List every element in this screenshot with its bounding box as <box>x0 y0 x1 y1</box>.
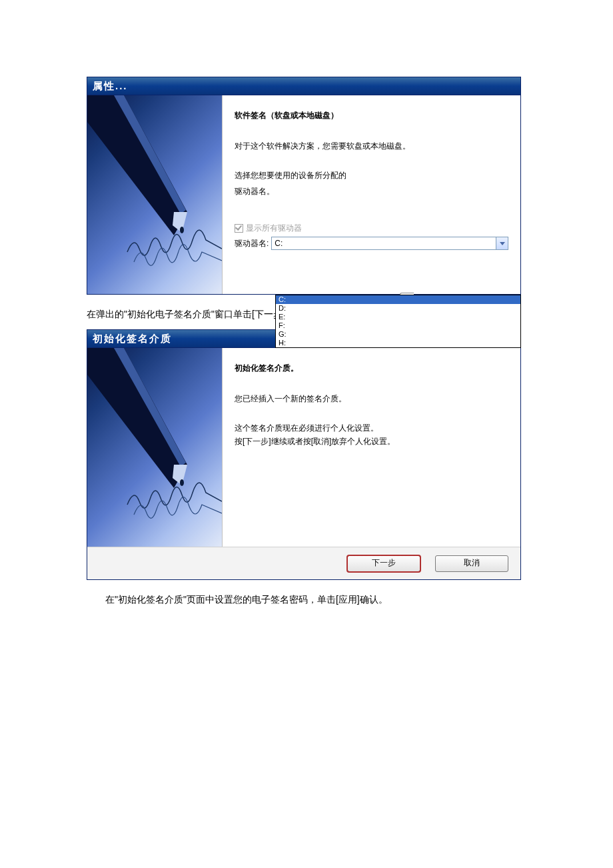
drive-option[interactable]: H: <box>276 339 520 347</box>
dialog-text-2a: 这个签名介质现在必须进行个人化设置。 <box>235 422 508 434</box>
show-all-drives-checkbox[interactable] <box>235 224 243 233</box>
dropdown-arrow-icon[interactable] <box>496 237 508 249</box>
wizard-side-image <box>87 348 223 547</box>
drive-option[interactable]: D: <box>276 304 520 313</box>
drive-name-label: 驱动器名: <box>235 238 269 249</box>
drive-name-select[interactable]: C: <box>271 237 508 250</box>
next-button[interactable]: 下一步 <box>347 555 420 572</box>
pen-signature-icon <box>87 348 222 547</box>
drive-name-value: C: <box>275 239 283 248</box>
drive-dropdown-list[interactable]: C: D: E: F: G: H: <box>275 295 521 348</box>
drive-option[interactable]: C: <box>276 295 520 304</box>
properties-dialog: 属性... 软件签名（软盘或本地磁盘） 对于这个软件解决方案，您需要软盘或本地 <box>87 77 521 295</box>
drive-option[interactable]: G: <box>276 330 520 339</box>
dialog-content-title: 初始化签名介质。 <box>235 363 508 374</box>
dialog-text-2b: 驱动器名。 <box>235 185 508 197</box>
svg-point-1 <box>180 479 184 486</box>
wizard-side-image <box>87 95 223 294</box>
show-all-drives-label: 显示所有驱动器 <box>246 223 302 234</box>
dialog-titlebar: 属性... <box>87 77 520 95</box>
dialog-title: 属性... <box>93 80 128 93</box>
dialog-button-bar: 下一步 取消 <box>87 547 520 579</box>
svg-point-0 <box>180 227 184 233</box>
cancel-button[interactable]: 取消 <box>435 555 508 572</box>
pen-signature-icon <box>87 95 222 294</box>
dialog-text-2b: 按[下一步]继续或者按[取消]放弃个人化设置。 <box>235 435 508 447</box>
drive-option[interactable]: F: <box>276 321 520 330</box>
init-signature-dialog: 初始化签名介质 初始化签名介质。 您已经插入一个新的签名介质。 这个签名介质现在… <box>87 329 521 580</box>
dialog-content-title: 软件签名（软盘或本地磁盘） <box>235 110 508 121</box>
dialog-text-1: 您已经插入一个新的签名介质。 <box>235 393 508 405</box>
dialog-text-1: 对于这个软件解决方案，您需要软盘或本地磁盘。 <box>235 140 508 152</box>
dialog-text-2a: 选择您想要使用的设备所分配的 <box>235 169 508 181</box>
dialog-title: 初始化签名介质 <box>93 333 172 345</box>
drive-option[interactable]: E: <box>276 313 520 321</box>
document-paragraph-2: 在"初始化签名介质"页面中设置您的电子签名密码，单击[应用]确认。 <box>87 592 532 607</box>
